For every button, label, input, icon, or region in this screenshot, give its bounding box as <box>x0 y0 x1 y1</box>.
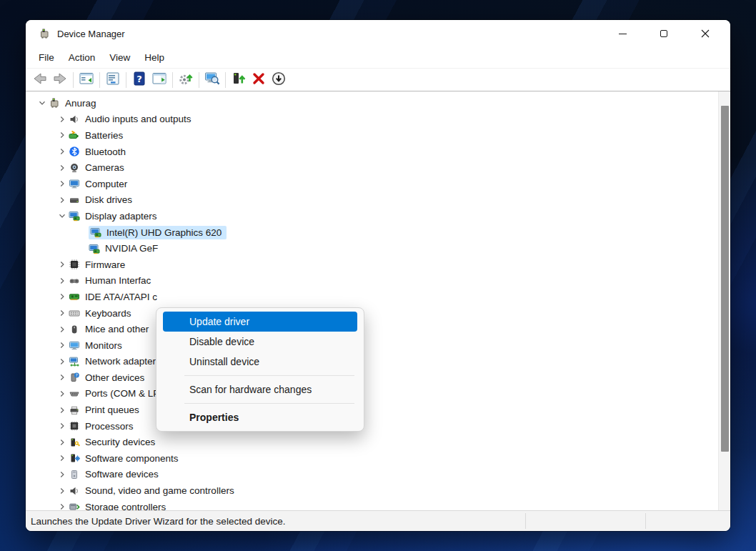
tree-item-processors[interactable]: Processors <box>26 418 718 435</box>
tree-item-label: Software devices <box>85 469 159 480</box>
tree-item-network-adapters[interactable]: Network adapters <box>26 354 718 370</box>
menubar-item-action[interactable]: Action <box>61 49 103 66</box>
context-menu-item-scan-for-hardware-changes[interactable]: Scan for hardware changes <box>163 379 357 399</box>
properties-button[interactable] <box>103 71 123 89</box>
tree-item-audio-inputs-and-outputs[interactable]: Audio inputs and outputs <box>26 111 718 128</box>
chevron-right-icon[interactable] <box>56 356 69 367</box>
chevron-right-icon[interactable] <box>56 501 69 510</box>
disable-device-button[interactable] <box>269 71 289 89</box>
uninstall-device-icon <box>250 70 267 90</box>
context-menu-item-uninstall-device[interactable]: Uninstall device <box>163 352 357 372</box>
chevron-right-icon[interactable] <box>56 469 69 480</box>
chevron-right-icon[interactable] <box>56 162 69 174</box>
show-console-tree-button[interactable] <box>76 71 96 89</box>
chevron-down-icon[interactable] <box>56 210 69 222</box>
titlebar[interactable]: Device Manager <box>26 20 730 47</box>
export-settings-button[interactable] <box>176 71 196 89</box>
forward-button[interactable] <box>50 71 70 89</box>
chevron-down-icon[interactable] <box>36 97 49 109</box>
tree-item-human-interfac[interactable]: Human Interfac <box>26 273 718 289</box>
chevron-right-icon[interactable] <box>56 388 69 399</box>
chevron-right-icon[interactable] <box>56 275 69 287</box>
tree-item-monitors[interactable]: Monitors <box>26 337 718 354</box>
maximize-icon <box>660 30 667 37</box>
chevron-right-icon[interactable] <box>56 114 69 125</box>
chevron-right-icon[interactable] <box>56 404 69 416</box>
minimize-button[interactable] <box>602 20 643 47</box>
tree-item-other-devices[interactable]: ?Other devices <box>26 369 718 386</box>
tree-item-disk-drives[interactable]: Disk drives <box>26 192 718 209</box>
chevron-right-icon[interactable] <box>56 485 69 497</box>
chevron-right-icon[interactable] <box>56 324 69 335</box>
chevron-right-icon[interactable] <box>56 178 69 189</box>
computer-icon <box>69 178 81 189</box>
device-tree-pane: AnuragAudio inputs and outputsBatteriesB… <box>26 91 730 510</box>
tree-item-firmware[interactable]: Firmware <box>26 257 718 273</box>
context-menu-item-update-driver[interactable]: Update driver <box>163 312 357 332</box>
chevron-right-icon[interactable] <box>56 437 69 448</box>
toolbar-separator <box>99 72 100 88</box>
context-menu-item-disable-device[interactable]: Disable device <box>163 332 357 352</box>
tree-item-display-adapters[interactable]: Display adapters <box>26 208 718 224</box>
chevron-right-icon[interactable] <box>56 291 69 302</box>
statusbar-divider <box>525 513 526 529</box>
processor-icon <box>69 420 81 432</box>
tree-item-nvidia-gef[interactable]: NVIDIA GeF <box>26 240 718 257</box>
tree-item-sound-video-and-game-controllers[interactable]: Sound, video and game controllers <box>26 482 718 499</box>
chevron-right-icon[interactable] <box>56 372 69 383</box>
tree-item-storage-controllers[interactable]: Storage controllers <box>26 499 718 510</box>
chevron-right-icon[interactable] <box>56 339 69 351</box>
back-icon <box>31 70 49 90</box>
display-adapter-icon <box>90 227 102 238</box>
tree-item-software-components[interactable]: Software components <box>26 450 718 467</box>
tree-item-print-queues[interactable]: Print queues <box>26 402 718 418</box>
tree-item-security-devices[interactable]: Security devices <box>26 434 718 450</box>
scan-for-hardware-changes-button[interactable] <box>202 71 222 89</box>
chevron-right-icon[interactable] <box>56 420 69 432</box>
hid-icon <box>69 275 81 287</box>
tree-item-cameras[interactable]: Cameras <box>26 159 718 176</box>
update-driver-button[interactable] <box>229 71 249 89</box>
tree-item-computer[interactable]: Computer <box>26 176 718 192</box>
device-tree: AnuragAudio inputs and outputsBatteriesB… <box>26 91 718 510</box>
bluetooth-icon <box>69 146 81 157</box>
tree-item-keyboards[interactable]: Keyboards <box>26 305 718 322</box>
battery-icon <box>69 129 81 141</box>
chevron-right-icon[interactable] <box>56 259 69 270</box>
tree-item-batteries[interactable]: Batteries <box>26 127 718 144</box>
device-manager-icon <box>49 97 61 109</box>
tree-item-ports-com-lpt[interactable]: Ports (COM & LPT) <box>26 386 718 402</box>
tree-item-label: Batteries <box>85 130 123 141</box>
tree-item-intel-r-uhd-graphics-620[interactable]: Intel(R) UHD Graphics 620 <box>26 224 718 241</box>
chevron-right-icon[interactable] <box>56 146 69 157</box>
menubar-item-help[interactable]: Help <box>137 49 171 66</box>
chevron-right-icon[interactable] <box>56 194 69 206</box>
show-action-pane-button[interactable] <box>149 71 169 89</box>
uninstall-device-button[interactable] <box>249 71 269 89</box>
statusbar-divider <box>645 513 646 529</box>
scrollbar-thumb[interactable] <box>721 106 729 452</box>
export-settings-icon <box>177 70 194 90</box>
tree-item-anurag[interactable]: Anurag <box>26 95 718 111</box>
chevron-right-icon[interactable] <box>56 452 69 464</box>
help-button[interactable]: ? <box>129 71 149 89</box>
tree-item-label: Disk drives <box>85 194 132 205</box>
menubar-item-file[interactable]: File <box>31 49 61 66</box>
chevron-right-icon[interactable] <box>56 129 69 141</box>
tree-item-label: Anurag <box>65 98 96 109</box>
menubar-item-view[interactable]: View <box>102 49 137 66</box>
back-button[interactable] <box>30 71 50 89</box>
tree-item-mice-and-other[interactable]: Mice and other <box>26 321 718 337</box>
status-text: Launches the Update Driver Wizard for th… <box>31 516 285 527</box>
tree-item-bluetooth[interactable]: Bluetooth <box>26 144 718 160</box>
tree-item-ide-ata-atapi-c[interactable]: IDE ATA/ATAPI c <box>26 289 718 305</box>
tree-item-software-devices[interactable]: Software devices <box>26 467 718 483</box>
toolbar-separator <box>225 72 226 88</box>
context-menu-item-properties[interactable]: Properties <box>163 407 357 427</box>
close-button[interactable] <box>685 20 726 47</box>
chevron-placeholder <box>76 243 89 254</box>
maximize-button[interactable] <box>643 20 685 47</box>
vertical-scrollbar[interactable] <box>718 91 730 510</box>
tree-item-label: Print queues <box>85 404 139 415</box>
chevron-right-icon[interactable] <box>56 307 69 319</box>
